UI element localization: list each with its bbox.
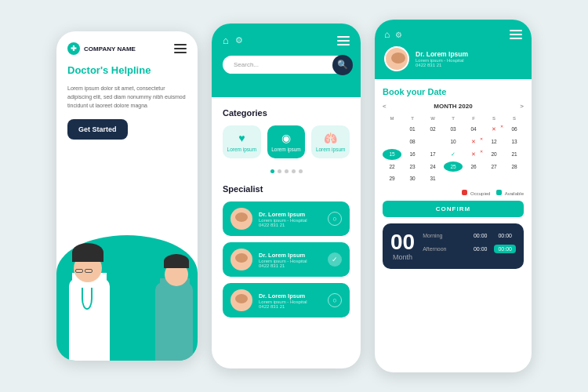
specialist-phone-3: 0422 831 21: [259, 304, 321, 309]
specialist-action-1[interactable]: ○: [328, 212, 342, 226]
cal-header-F: F: [464, 114, 483, 122]
get-started-button[interactable]: Get Started: [67, 119, 128, 140]
specialist-info-3: Dr. Lorem Ipsum Lorem ipsum - Hospital 0…: [259, 292, 321, 309]
gear-icon[interactable]: ⚙: [235, 35, 243, 45]
heart-icon: ♥: [226, 132, 258, 144]
search-icon[interactable]: 🔍: [332, 55, 353, 75]
available-dot: [496, 190, 502, 195]
cal-day-05[interactable]: ✕: [485, 124, 503, 135]
cal-day-18[interactable]: ✓: [444, 149, 463, 160]
afternoon-slot-1[interactable]: 00:00: [470, 245, 492, 253]
category-item-stomach[interactable]: ◉ Lorem ipsum: [267, 125, 306, 158]
cal-day-24[interactable]: 24: [423, 162, 442, 172]
cal-day-02[interactable]: 02: [423, 124, 442, 135]
cal-day-30[interactable]: 30: [403, 173, 422, 183]
cal-day-22[interactable]: 22: [383, 162, 401, 172]
cal-day-13[interactable]: 13: [505, 136, 524, 147]
cal-day-15[interactable]: 15: [383, 149, 401, 160]
search-placeholder: Search...: [234, 61, 259, 68]
morning-row: Morning 00:00 00:00: [423, 231, 516, 240]
cal-day-31[interactable]: 31: [423, 173, 442, 183]
gear-icon-3[interactable]: ⚙: [395, 31, 402, 39]
afternoon-slot-2[interactable]: 00:00: [494, 245, 516, 253]
home-icon[interactable]: ⌂: [223, 34, 229, 46]
calendar-month: MONTH 2020: [434, 103, 472, 110]
p2-body: Categories ♥ Lorem ipsum ◉ Lorem ipsum 🫁…: [212, 97, 361, 335]
morning-slot-1[interactable]: 00:00: [470, 231, 492, 240]
available-legend: Available: [496, 190, 524, 196]
specialist-name-1: Dr. Lorem Ipsum: [259, 211, 321, 218]
morning-slot-2[interactable]: 00:00: [494, 231, 516, 240]
cal-day-01[interactable]: 01: [403, 124, 422, 135]
dot-4[interactable]: [292, 169, 296, 173]
dot-5[interactable]: [299, 169, 303, 173]
cal-day-03[interactable]: 03: [444, 124, 463, 135]
p3-header: ⌂ ⚙ Dr. Lorem Ipsum Lorem ipsum - Hospit…: [375, 20, 532, 79]
cal-day-23[interactable]: 23: [403, 162, 422, 172]
cal-day-empty-2: [383, 136, 401, 147]
book-date-title: Book your Date: [383, 87, 524, 96]
p2-nav: ⌂ ⚙: [223, 34, 350, 46]
occupied-legend: Occupied: [462, 190, 490, 196]
date-number: 00: [390, 231, 415, 253]
illustration: [56, 196, 198, 361]
cal-day-16[interactable]: 16: [403, 149, 422, 160]
categories-list: ♥ Lorem ipsum ◉ Lorem ipsum 🫁 Lorem ipsu…: [223, 125, 350, 158]
category-item-lungs[interactable]: 🫁 Lorem ipsum: [311, 125, 350, 158]
cal-day-04[interactable]: 04: [464, 124, 483, 135]
specialist-action-2[interactable]: ✓: [328, 252, 342, 267]
cal-day-20[interactable]: 20: [485, 149, 503, 160]
lungs-icon: 🫁: [314, 132, 347, 144]
calendar-prev[interactable]: <: [383, 103, 387, 110]
dot-2[interactable]: [278, 169, 281, 173]
dot-1[interactable]: [270, 169, 274, 173]
cal-header-T1: T: [403, 114, 422, 122]
specialist-item-1[interactable]: Dr. Lorem Ipsum Lorem ipsum - Hospital 0…: [223, 201, 350, 236]
specialist-avatar-1: [230, 208, 252, 230]
category-label-3: Lorem ipsum: [314, 147, 347, 152]
cal-day-11[interactable]: ✕: [464, 136, 483, 147]
specialist-name-3: Dr. Lorem Ipsum: [259, 292, 321, 299]
category-label-2: Lorem ipsum: [270, 147, 303, 152]
cal-day-29[interactable]: 29: [383, 173, 401, 183]
cal-day-06[interactable]: 06: [505, 124, 524, 135]
home-icon-3[interactable]: ⌂: [384, 29, 390, 40]
cal-day-12[interactable]: 12: [485, 136, 503, 147]
cal-day-21[interactable]: 21: [505, 149, 524, 160]
calendar-grid: M T W T F S S 01 02 03 04 ✕ 06 08 10: [383, 114, 524, 183]
doctor-male: [149, 247, 196, 361]
p3-nav-left: ⌂ ⚙: [384, 29, 402, 40]
hamburger-menu-3[interactable]: [510, 30, 522, 39]
company-logo: ✚ COMPANY NAME: [67, 42, 136, 55]
cal-day-27[interactable]: 27: [485, 162, 503, 172]
hamburger-menu-2[interactable]: [337, 36, 350, 45]
specialist-info-1: Dr. Lorem Ipsum Lorem ipsum - Hospital 0…: [259, 211, 321, 227]
specialist-item-2[interactable]: Dr. Lorem Ipsum Lorem ipsum - Hospital 0…: [223, 242, 350, 277]
hamburger-menu[interactable]: [174, 44, 187, 53]
specialist-action-3[interactable]: ○: [328, 293, 342, 307]
cal-day-19[interactable]: ✕: [464, 149, 483, 160]
company-name: COMPANY NAME: [84, 45, 136, 53]
cal-day-26[interactable]: 26: [464, 162, 483, 172]
p2-nav-left: ⌂ ⚙: [223, 34, 243, 46]
search-bar[interactable]: Search... 🔍: [223, 56, 350, 74]
confirm-button[interactable]: CONFIRM: [383, 201, 524, 217]
cal-header-W: W: [423, 114, 442, 122]
dot-3[interactable]: [285, 169, 289, 173]
cal-header-M: M: [383, 114, 401, 122]
cal-day-empty-5: [464, 173, 483, 183]
specialist-title: Specialist: [223, 184, 350, 194]
categories-title: Categories: [223, 108, 350, 118]
doctor-female: [63, 239, 119, 361]
cal-day-10[interactable]: 10: [444, 136, 463, 147]
cal-day-empty-1: [383, 124, 401, 135]
category-item-heart[interactable]: ♥ Lorem ipsum: [223, 125, 261, 158]
calendar-next[interactable]: >: [520, 103, 524, 110]
cal-day-08[interactable]: 08: [403, 136, 422, 147]
afternoon-label: Afternoon: [423, 246, 446, 252]
cal-day-28[interactable]: 28: [505, 162, 524, 172]
your-date-panel: 00 Month Morning 00:00 00:00 Afternoon 0…: [383, 223, 524, 269]
cal-day-17[interactable]: 17: [423, 149, 442, 160]
cal-day-25[interactable]: 25: [444, 162, 463, 172]
specialist-item-3[interactable]: Dr. Lorem Ipsum Lorem ipsum - Hospital 0…: [223, 283, 350, 318]
